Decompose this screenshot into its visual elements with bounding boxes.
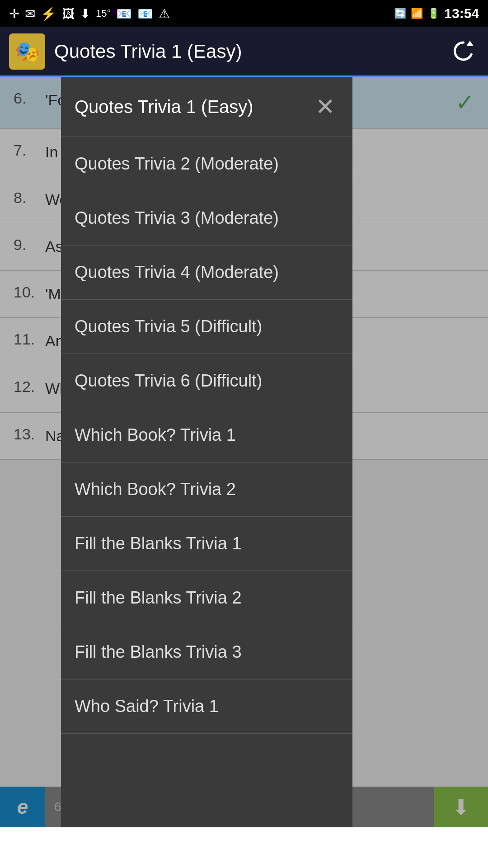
refresh-button[interactable]: [447, 36, 479, 67]
dropdown-header: Quotes Trivia 1 (Easy) ✕: [61, 77, 352, 137]
dropdown-item-9[interactable]: Fill the Blanks Trivia 3: [61, 625, 352, 679]
warning-icon: ⚠: [159, 6, 170, 21]
dropdown-item-label-9: Fill the Blanks Trivia 3: [75, 642, 242, 661]
sync-icon: 🔄: [394, 8, 406, 19]
dropdown-item-5[interactable]: Which Book? Trivia 1: [61, 408, 352, 462]
close-button[interactable]: ✕: [312, 93, 339, 120]
image-icon: 🖼: [62, 6, 75, 21]
app-logo: 🎭: [9, 33, 45, 70]
usb-icon: ⚡: [41, 6, 56, 21]
dropdown-item-label-8: Fill the Blanks Trivia 2: [75, 588, 242, 607]
dropdown-header-title: Quotes Trivia 1 (Easy): [75, 97, 253, 117]
dropdown-item-label-0: Quotes Trivia 2 (Moderate): [75, 154, 279, 173]
dropdown-item-3[interactable]: Quotes Trivia 5 (Difficult): [61, 300, 352, 354]
dropdown-item-label-7: Fill the Blanks Trivia 1: [75, 534, 242, 553]
dropdown-item-6[interactable]: Which Book? Trivia 2: [61, 462, 352, 517]
email2-icon: 📧: [137, 6, 153, 21]
dropdown-item-label-5: Which Book? Trivia 1: [75, 425, 236, 444]
battery-icon: 🔋: [427, 8, 440, 19]
app-bar-title: Quotes Trivia 1 (Easy): [54, 41, 447, 62]
dropdown-item-label-6: Which Book? Trivia 2: [75, 480, 236, 499]
status-bar-left: ✛ ✉ ⚡ 🖼 ⬇ 15° 📧 📧 ⚠: [9, 6, 170, 21]
main-content: 6. 'Forbi... om the O... 17 and G... to …: [0, 77, 488, 827]
dropdown-menu: Quotes Trivia 1 (Easy) ✕ Quotes Trivia 2…: [61, 77, 352, 827]
plus-icon: ✛: [9, 6, 19, 21]
download-status-icon: ⬇: [80, 6, 90, 21]
dropdown-item-label-3: Quotes Trivia 5 (Difficult): [75, 317, 262, 336]
dropdown-item-1[interactable]: Quotes Trivia 3 (Moderate): [61, 191, 352, 245]
dropdown-item-label-4: Quotes Trivia 6 (Difficult): [75, 371, 262, 390]
dropdown-item-4[interactable]: Quotes Trivia 6 (Difficult): [61, 354, 352, 408]
dropdown-item-8[interactable]: Fill the Blanks Trivia 2: [61, 571, 352, 625]
dropdown-item-label-2: Quotes Trivia 4 (Moderate): [75, 263, 279, 282]
dropdown-item-2[interactable]: Quotes Trivia 4 (Moderate): [61, 245, 352, 300]
status-bar: ✛ ✉ ⚡ 🖼 ⬇ 15° 📧 📧 ⚠ 🔄 📶 🔋 13:54: [0, 0, 488, 27]
time-display: 13:54: [444, 6, 479, 21]
app-bar: 🎭 Quotes Trivia 1 (Easy): [0, 27, 488, 77]
dropdown-item-10[interactable]: Who Said? Trivia 1: [61, 679, 352, 734]
mail-icon: ✉: [25, 6, 35, 21]
temperature-icon: 15°: [96, 8, 111, 19]
dropdown-item-7[interactable]: Fill the Blanks Trivia 1: [61, 517, 352, 571]
svg-marker-0: [466, 41, 474, 46]
dropdown-item-label-1: Quotes Trivia 3 (Moderate): [75, 208, 279, 227]
close-icon: ✕: [315, 95, 335, 118]
dropdown-item-label-10: Who Said? Trivia 1: [75, 697, 219, 716]
signal-icon: 📶: [411, 8, 423, 19]
status-bar-right: 🔄 📶 🔋 13:54: [394, 6, 479, 21]
email1-icon: 📧: [116, 6, 132, 21]
dropdown-item-0[interactable]: Quotes Trivia 2 (Moderate): [61, 137, 352, 191]
